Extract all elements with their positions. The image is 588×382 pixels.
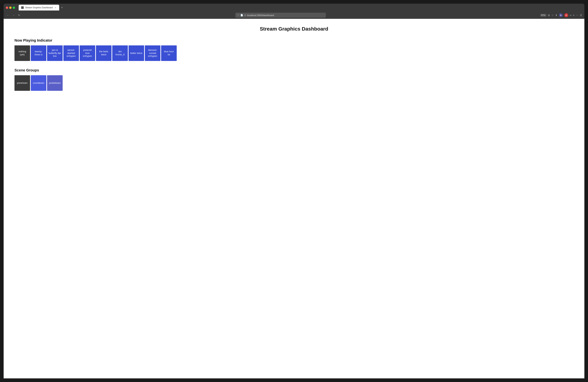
star-icon[interactable]: ☆ [551,14,554,17]
grid-icon[interactable]: ⊞ [548,14,550,17]
tile-dm-fromis9[interactable]: dm fromis_9 [112,45,128,61]
scene-tile-prestream[interactable]: prestream [15,75,30,91]
traffic-lights [6,6,15,9]
now-playing-tiles: nothing (yet) twenty-three iu jam & butt… [15,45,573,61]
tile-better-twice[interactable]: better twice [128,45,144,61]
tab-bar: Stream Graphics Dashboard ✕ + [19,5,64,11]
scene-tile-poststream[interactable]: poststream [47,75,63,91]
tab-favicon [21,6,24,9]
shield-icon: 🛡 [237,14,239,17]
page-title: Stream Graphics Dashboard [15,26,573,32]
forward-button[interactable]: → [12,13,16,17]
tile-tamed-dashed[interactable]: tamed-dashed enhypen [63,45,79,61]
now-playing-title: Now Playing Indicator [15,38,573,42]
scene-tile-countdown[interactable]: countdown [31,75,46,91]
tile-twenty-three-iu[interactable]: twenty-three iu [31,45,46,61]
close-button[interactable] [6,6,8,9]
maximize-button[interactable] [13,6,15,9]
minimize-button[interactable] [9,6,12,9]
tile-jam-butterfly[interactable]: jam & butterfly dpr live [47,45,63,61]
tab-close-icon[interactable]: ✕ [54,6,57,9]
profile-icon[interactable]: A [559,13,563,17]
page-content: Stream Graphics Dashboard Now Playing In… [4,19,584,378]
refresh-button[interactable]: ↻ [17,13,21,17]
active-tab[interactable]: Stream Graphics Dashboard ✕ [19,5,59,11]
tab-title: Stream Graphics Dashboard [25,6,53,9]
address-bar[interactable]: 🛡 📄 ⇄ localhost:3000/dashboard [235,13,326,18]
scene-groups-section: Scene Groups prestream countdown poststr… [15,68,573,91]
tile-nothing-yet[interactable]: nothing (yet) [15,45,30,61]
tile-blue-hour-txt[interactable]: blue hour txt [161,45,177,61]
now-playing-section: Now Playing Indicator nothing (yet) twen… [15,38,573,61]
translate-icon: ⇄ [244,14,246,17]
page-icon: 📄 [240,14,243,17]
new-tab-button[interactable]: + [60,6,64,9]
extension2-icon[interactable]: ∞ [570,14,571,17]
tile-polaroid-love[interactable]: polaroid love enhypen [80,45,95,61]
back-button[interactable]: ← [6,13,10,17]
menu-icon[interactable]: ☰ [580,14,582,17]
download-icon[interactable]: ⬇ [555,14,557,17]
right-nav-icons: 67% ⊞ ☆ ⬇ A U ∞ ≡ ⋯ ☰ [540,13,582,17]
tile-the-feels-twice[interactable]: the feels twice [96,45,111,61]
tile-blessed-cursed[interactable]: blessed-cursed enhypen [145,45,160,61]
extension-icon[interactable]: U [564,13,568,17]
url-text: localhost:3000/dashboard [247,14,274,17]
extension3-icon[interactable]: ≡ [573,14,574,17]
zoom-badge: 67% [540,14,546,17]
scene-groups-title: Scene Groups [15,68,573,72]
scene-groups-tiles: prestream countdown poststream [15,75,573,91]
nav-bar: ← → ↻ 🛡 📄 ⇄ localhost:3000/dashboard 67%… [4,12,584,19]
more-icon[interactable]: ⋯ [576,14,578,17]
title-bar: Stream Graphics Dashboard ✕ + [4,4,584,12]
